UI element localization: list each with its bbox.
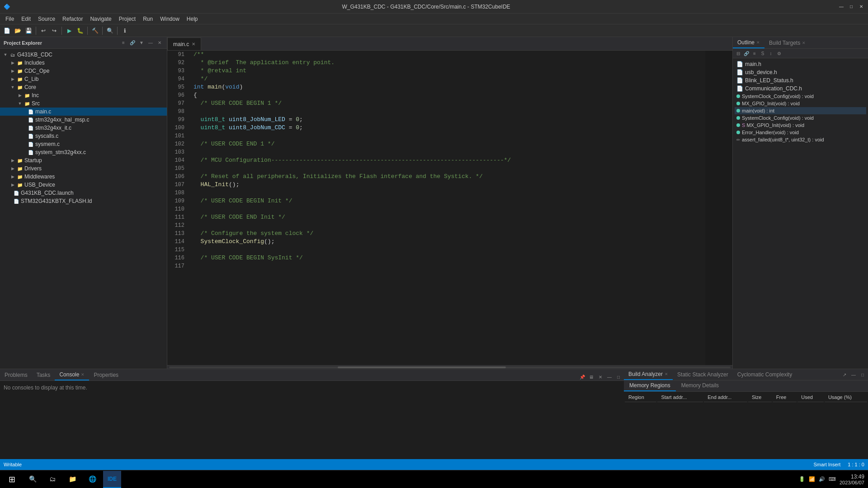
panel-minimize-icon[interactable]: —: [147, 39, 154, 47]
tab-build-analyzer[interactable]: Build Analyzer ✕: [624, 369, 673, 380]
outline-usb-device-h[interactable]: 📄 usb_device.h: [735, 68, 866, 76]
tab-tasks[interactable]: Tasks: [32, 370, 55, 380]
tab-build-targets-close[interactable]: ✕: [802, 41, 806, 45]
bottom-toolbar-new[interactable]: 🖥: [588, 373, 595, 380]
outline-hide-static-icon[interactable]: S: [759, 50, 766, 57]
tree-root[interactable]: ▼ 🗂 G431KB_CDC: [0, 51, 167, 59]
menu-run[interactable]: Run: [139, 14, 156, 24]
outline-main-h[interactable]: 📄 main.h: [735, 60, 866, 68]
taskbar-search[interactable]: 🔍: [24, 471, 42, 488]
main-c-label: main.c: [35, 108, 51, 115]
menu-window[interactable]: Window: [156, 14, 183, 24]
code-editor[interactable]: 91 /** 92 * @brief The application entry…: [167, 51, 705, 365]
tab-properties[interactable]: Properties: [89, 370, 123, 380]
bottom-toolbar-pin[interactable]: 📌: [579, 373, 586, 380]
tree-system-stm32[interactable]: 📄 system_stm32g4xx.c: [0, 148, 167, 156]
menu-help[interactable]: Help: [183, 14, 202, 24]
menu-edit[interactable]: Edit: [18, 14, 34, 24]
outline-comm-h[interactable]: 📄 Communication_CDC.h: [735, 84, 866, 93]
collapse-all-icon[interactable]: ≡: [120, 39, 127, 47]
bottom-toolbar-min[interactable]: —: [606, 373, 613, 380]
search-button[interactable]: 🔍: [105, 26, 115, 36]
menu-refactor[interactable]: Refactor: [59, 14, 86, 24]
close-button[interactable]: ✕: [858, 4, 864, 10]
save-button[interactable]: 💾: [24, 26, 33, 36]
tab-memory-details[interactable]: Memory Details: [676, 380, 724, 391]
build-toolbar-max[interactable]: □: [859, 371, 866, 378]
tree-sysmem[interactable]: 📄 sysmem.c: [0, 140, 167, 148]
run-button[interactable]: ▶: [64, 26, 74, 36]
redo-button[interactable]: ↪: [49, 26, 59, 36]
tree-it-c[interactable]: 📄 stm32g4xx_it.c: [0, 124, 167, 132]
outline-link-icon[interactable]: 🔗: [743, 50, 750, 57]
tab-console[interactable]: Console ✕: [55, 370, 89, 380]
tree-launch-file[interactable]: 📄 G431KB_CDC.launch: [0, 189, 167, 197]
menu-file[interactable]: File: [2, 14, 18, 24]
filter-icon[interactable]: ▼: [138, 39, 145, 47]
taskbar-files[interactable]: 🗂: [43, 471, 61, 488]
tree-c-lib[interactable]: ▶ 📁 C_Lib: [0, 75, 167, 83]
bottom-toolbar-remove[interactable]: ✕: [597, 373, 604, 380]
outline-sysclock[interactable]: SystemClock_Config(void) : void: [735, 93, 866, 100]
menu-project[interactable]: Project: [115, 14, 139, 24]
taskbar-ide[interactable]: IDE: [103, 471, 121, 488]
menu-navigate[interactable]: Navigate: [86, 14, 115, 24]
build-toolbar-min[interactable]: —: [850, 371, 857, 378]
it-c-icon: 📄: [27, 124, 34, 131]
tab-memory-regions[interactable]: Memory Regions: [624, 380, 676, 391]
bottom-toolbar-max[interactable]: □: [615, 373, 622, 380]
editor-hscrollbar[interactable]: [167, 365, 732, 369]
outline-mx-gpio[interactable]: MX_GPIO_Init(void) : void: [735, 100, 866, 107]
build-button[interactable]: 🔨: [90, 26, 100, 36]
maximize-button[interactable]: □: [848, 4, 854, 10]
outline-settings-icon[interactable]: ⚙: [775, 50, 783, 57]
info-button[interactable]: ℹ: [120, 26, 130, 36]
tree-includes[interactable]: ▶ 📁 Includes: [0, 59, 167, 67]
tree-cdc-ope[interactable]: ▶ 📁 CDC_Ope: [0, 67, 167, 75]
outline-sort-icon[interactable]: ↕: [767, 50, 774, 57]
panel-close-icon[interactable]: ✕: [156, 39, 163, 47]
open-button[interactable]: 📂: [13, 26, 23, 36]
tab-static-stack[interactable]: Static Stack Analyzer: [673, 369, 733, 380]
launch-file-label: G431KB_CDC.launch: [21, 190, 74, 196]
outline-collapse-icon[interactable]: ⊟: [735, 50, 742, 57]
new-button[interactable]: 📄: [2, 26, 12, 36]
outline-sysclock2[interactable]: SystemClock_Config(void) : void: [735, 114, 866, 122]
tree-drivers[interactable]: ▶ 📁 Drivers: [0, 164, 167, 173]
link-editor-icon[interactable]: 🔗: [129, 39, 136, 47]
outline-blink-h[interactable]: 📄 Blink_LED_Status.h: [735, 76, 866, 84]
tree-syscalls[interactable]: 📄 syscalls.c: [0, 132, 167, 140]
outline-assert-failed[interactable]: ✏ assert_failed(uint8_t*, uint32_t) : vo…: [735, 136, 866, 143]
tree-core[interactable]: ▼ 📁 Core: [0, 83, 167, 91]
mx-gpio2-dot: [736, 123, 740, 127]
undo-button[interactable]: ↩: [38, 26, 48, 36]
outline-hide-fields-icon[interactable]: ≡: [751, 50, 758, 57]
start-button[interactable]: ⊞: [4, 471, 20, 488]
console-close[interactable]: ✕: [81, 372, 85, 377]
tab-outline-close[interactable]: ✕: [756, 40, 760, 45]
debug-button[interactable]: 🐛: [75, 26, 85, 36]
tab-cyclomatic[interactable]: Cyclomatic Complexity: [733, 369, 797, 380]
taskbar-browser[interactable]: 🌐: [83, 471, 101, 488]
tab-main-c-close[interactable]: ✕: [192, 42, 195, 47]
tree-src[interactable]: ▼ 📁 Src: [0, 99, 167, 108]
tree-hal-msp[interactable]: 📄 stm32g4xx_hal_msp.c: [0, 116, 167, 124]
tab-problems[interactable]: Problems: [0, 370, 32, 380]
outline-main-fn[interactable]: main(void) : int: [735, 107, 866, 114]
build-toolbar-expand[interactable]: ↗: [841, 371, 848, 378]
build-analyzer-close[interactable]: ✕: [665, 372, 668, 376]
tree-inc[interactable]: ▶ 📁 Inc: [0, 91, 167, 99]
tree-middlewares[interactable]: ▶ 📁 Middlewares: [0, 173, 167, 181]
menu-source[interactable]: Source: [34, 14, 59, 24]
tab-build-targets[interactable]: Build Targets ✕: [764, 37, 810, 48]
tab-outline[interactable]: Outline ✕: [733, 37, 764, 48]
taskbar-folder[interactable]: 📁: [63, 471, 81, 488]
outline-mx-gpio2[interactable]: S MX_GPIO_Init(void) : void: [735, 122, 866, 129]
tree-usb-device[interactable]: ▶ 📁 USB_Device: [0, 181, 167, 189]
tab-main-c[interactable]: main.c ✕: [167, 38, 201, 50]
tree-main-c[interactable]: 📄 main.c: [0, 108, 167, 116]
minimize-button[interactable]: —: [838, 4, 844, 10]
outline-error-handler[interactable]: Error_Handler(void) : void: [735, 129, 866, 136]
tree-flash-ld[interactable]: 📄 STM32G431KBTX_FLASH.ld: [0, 197, 167, 205]
tree-startup[interactable]: ▶ 📁 Startup: [0, 156, 167, 164]
